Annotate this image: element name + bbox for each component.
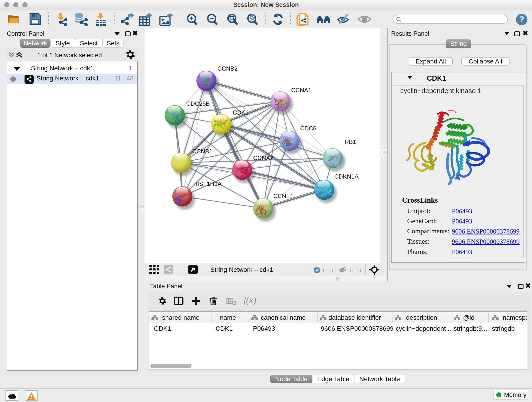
svg-text:CDC6: CDC6 bbox=[300, 125, 317, 132]
svg-text:CDKN1A: CDKN1A bbox=[334, 173, 359, 180]
svg-text:CCNB1: CCNB1 bbox=[192, 148, 212, 155]
svg-text:CDK1: CDK1 bbox=[233, 109, 249, 116]
svg-text:HIST1H1A: HIST1H1A bbox=[193, 180, 222, 187]
svg-text:CCNB2: CCNB2 bbox=[217, 65, 238, 72]
svg-text:CCNE1: CCNE1 bbox=[273, 192, 293, 199]
svg-text:RB1: RB1 bbox=[345, 138, 356, 145]
svg-text:CCNA2: CCNA2 bbox=[253, 154, 273, 161]
svg-text:CDC25B: CDC25B bbox=[186, 100, 210, 107]
svg-text:CCNA1: CCNA1 bbox=[291, 87, 311, 94]
